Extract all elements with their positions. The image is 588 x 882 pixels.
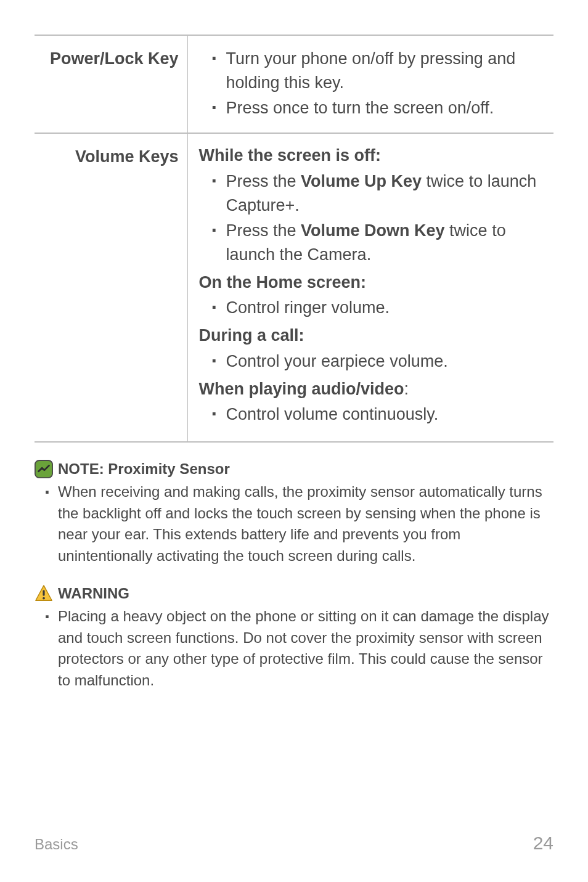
note-icon — [35, 460, 53, 478]
list-item: Press the Volume Up Key twice to launch … — [208, 169, 543, 218]
list-item: Control volume continuously. — [208, 402, 543, 427]
power-lock-label: Power/Lock Key — [35, 35, 187, 133]
warning-heading: WARNING — [58, 583, 129, 605]
table-row: Volume Keys While the screen is off: Pre… — [35, 133, 553, 442]
subheading: While the screen is off: — [199, 144, 543, 168]
footer-section: Basics — [35, 836, 78, 853]
list-item: Control ringer volume. — [208, 296, 543, 320]
note-callout: NOTE: Proximity Sensor When receiving an… — [35, 459, 553, 567]
table-row: Power/Lock Key Turn your phone on/off by… — [35, 35, 553, 133]
volume-keys-desc: While the screen is off: Press the Volum… — [187, 133, 553, 442]
list-item: Turn your phone on/off by pressing and h… — [208, 47, 543, 95]
subheading: On the Home screen: — [199, 271, 543, 295]
warning-callout: WARNING Placing a heavy object on the ph… — [35, 583, 553, 692]
note-body: When receiving and making calls, the pro… — [42, 481, 553, 567]
svg-rect-1 — [43, 590, 44, 596]
warning-body: Placing a heavy object on the phone or s… — [42, 606, 553, 692]
note-heading: NOTE: Proximity Sensor — [58, 459, 230, 480]
list-item: Press the Volume Down Key twice to launc… — [208, 219, 543, 267]
power-lock-desc: Turn your phone on/off by pressing and h… — [187, 35, 553, 133]
list-item: Control your earpiece volume. — [208, 349, 543, 374]
subheading: When playing audio/video: — [199, 377, 543, 401]
warning-icon — [35, 584, 53, 603]
footer-page-number: 24 — [533, 833, 553, 854]
key-table: Power/Lock Key Turn your phone on/off by… — [35, 35, 553, 443]
volume-keys-label: Volume Keys — [35, 133, 187, 442]
svg-point-2 — [43, 597, 45, 600]
list-item: Press once to turn the screen on/off. — [208, 96, 543, 120]
subheading: During a call: — [199, 324, 543, 348]
page-footer: Basics 24 — [35, 833, 553, 854]
